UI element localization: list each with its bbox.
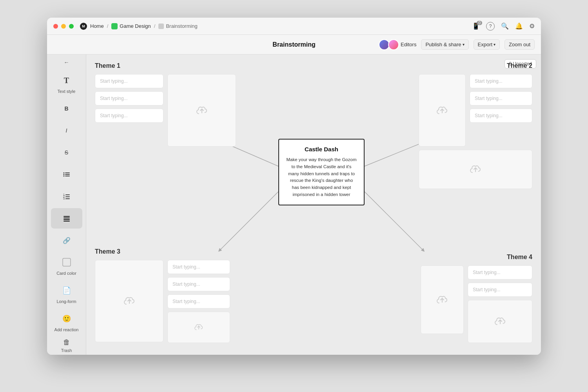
mobile-icon[interactable]: 📱0 [472, 22, 480, 30]
theme1-title: Theme 1 [95, 62, 275, 69]
publish-button[interactable]: Publish & share ▾ [421, 39, 468, 50]
theme4-upload-right[interactable] [468, 300, 532, 343]
theme1-card-1[interactable]: Start typing... [95, 74, 163, 88]
theme4-card-2[interactable]: Start typing... [468, 283, 532, 297]
central-node-body: Make your way through the Gozom to the M… [286, 156, 357, 198]
theme1-section: Theme 1 Start typing... Start typing... … [95, 62, 275, 147]
mobile-badge: 0 [477, 21, 482, 25]
theme1-cards: Start typing... Start typing... Start ty… [95, 74, 275, 147]
editor-avatar-2 [388, 39, 399, 50]
sidebar-item-strikethrough[interactable]: S [51, 142, 82, 163]
svg-line-19 [220, 192, 278, 250]
theme3-section: Theme 3 Start typing... Start typing... … [95, 248, 303, 343]
trash-icon: 🗑 [63, 338, 70, 347]
theme3-text-cards: Start typing... Start typing... Start ty… [167, 260, 230, 343]
theme4-card-1[interactable]: Start typing... [468, 265, 532, 279]
theme4-upload-left[interactable] [421, 265, 464, 334]
settings-icon[interactable]: ⚙ [529, 22, 535, 30]
italic-icon: I [60, 123, 74, 138]
link-icon: 🔗 [60, 233, 74, 247]
zoom-button[interactable]: Zoom out [505, 39, 535, 50]
project-icon [111, 23, 118, 29]
align-icon [60, 211, 74, 225]
svg-text:3.: 3. [63, 197, 65, 200]
svg-rect-1 [65, 172, 70, 173]
search-icon[interactable]: 🔍 [501, 22, 509, 30]
sidebar-label-text-style: Text style [58, 89, 76, 94]
notifications-icon[interactable]: 🔔 [515, 22, 523, 30]
back-button[interactable]: ← [60, 59, 74, 65]
sep1: / [107, 23, 109, 29]
sidebar-item-add-reaction[interactable]: 🙂 Add reaction [51, 309, 82, 335]
theme2-card-3[interactable]: Start typing... [470, 109, 532, 123]
titlebar-actions: 📱0 ? 🔍 🔔 ⚙ [472, 22, 535, 31]
home-link[interactable]: Home [90, 23, 104, 29]
sidebar-item-text-style[interactable]: T Text style [51, 70, 82, 97]
svg-rect-14 [64, 219, 70, 220]
strikethrough-icon: S [60, 145, 74, 160]
help-icon[interactable]: ? [486, 22, 495, 31]
theme2-title: Theme 2 [383, 62, 532, 69]
svg-rect-7 [65, 194, 70, 195]
sidebar-item-card-color[interactable]: Card color [51, 252, 82, 279]
theme3-upload-small[interactable] [167, 312, 230, 343]
sidebar-label-long-form: Long-form [56, 299, 76, 304]
theme1-card-2[interactable]: Start typing... [95, 91, 163, 105]
svg-rect-16 [63, 258, 71, 266]
theme1-upload[interactable] [167, 74, 236, 147]
toolbar: Brainstorming Editors Publish & share ▾ … [47, 35, 541, 54]
add-reaction-icon: 🙂 [60, 312, 74, 326]
maximize-button[interactable] [69, 24, 74, 29]
svg-point-0 [63, 172, 64, 174]
theme3-card-1[interactable]: Start typing... [167, 260, 230, 274]
svg-rect-3 [65, 174, 70, 175]
theme3-cards: Start typing... Start typing... Start ty… [95, 260, 303, 343]
traffic-lights [53, 24, 74, 29]
sidebar-label-add-reaction: Add reaction [54, 327, 79, 332]
minimize-button[interactable] [61, 24, 66, 29]
sidebar-item-unordered-list[interactable] [51, 164, 82, 185]
theme3-card-2[interactable]: Start typing... [167, 277, 230, 291]
central-node[interactable]: Castle Dash Make your way through the Go… [278, 139, 365, 205]
breadcrumb: M Home / Game Design / Brainstorming [80, 23, 198, 30]
sidebar-item-bold[interactable]: B [51, 98, 82, 119]
editors-dropdown[interactable]: Editors [401, 42, 416, 47]
unordered-list-icon [60, 167, 74, 181]
theme2-card-1[interactable]: Start typing... [470, 74, 532, 88]
project-link[interactable]: Game Design [120, 23, 151, 29]
sep2: / [154, 23, 156, 29]
canvas[interactable]: 0 Unsorted Castle Dash Make your way thr… [86, 54, 541, 355]
svg-point-4 [63, 176, 64, 177]
text-style-icon: T [60, 73, 74, 87]
main-layout: ← T Text style B I S 1.2.3. [47, 54, 541, 355]
central-node-title: Castle Dash [286, 146, 357, 152]
sidebar-label-trash: Trash [61, 348, 72, 353]
theme4-right-cards: Start typing... Start typing... [468, 265, 532, 343]
app-logo: M [80, 23, 87, 30]
sidebar-item-italic[interactable]: I [51, 120, 82, 141]
export-button[interactable]: Export ▾ [474, 39, 500, 50]
theme1-card-3[interactable]: Start typing... [95, 109, 163, 123]
theme2-upload-top[interactable] [419, 74, 466, 147]
sidebar-item-long-form[interactable]: 📄 Long-form [51, 280, 82, 307]
svg-rect-5 [65, 176, 70, 176]
svg-point-2 [63, 174, 64, 175]
sidebar-item-trash[interactable]: 🗑 Trash [61, 338, 72, 353]
svg-rect-11 [65, 198, 70, 199]
theme2-cards: Start typing... Start typing... Start ty… [383, 74, 532, 189]
sidebar-item-align[interactable] [51, 208, 82, 229]
long-form-icon: 📄 [60, 283, 74, 298]
theme3-upload[interactable] [95, 260, 163, 342]
theme2-card-2[interactable]: Start typing... [470, 91, 532, 105]
toolbar-right: Editors Publish & share ▾ Export ▾ Zoom … [379, 39, 535, 50]
theme1-left-cards: Start typing... Start typing... Start ty… [95, 74, 163, 147]
card-color-icon [60, 255, 74, 269]
theme2-section: Theme 2 Start typing... Start typing... … [383, 62, 532, 189]
theme2-upload-bottom[interactable] [419, 150, 532, 189]
sidebar-item-ordered-list[interactable]: 1.2.3. [51, 186, 82, 207]
sidebar-item-link[interactable]: 🔗 [51, 230, 82, 250]
theme3-card-3[interactable]: Start typing... [167, 294, 230, 309]
page-breadcrumb: Brainstorming [166, 23, 197, 29]
theme4-section: Theme 4 Start typing... Start typing... [376, 254, 532, 343]
close-button[interactable] [53, 24, 58, 29]
